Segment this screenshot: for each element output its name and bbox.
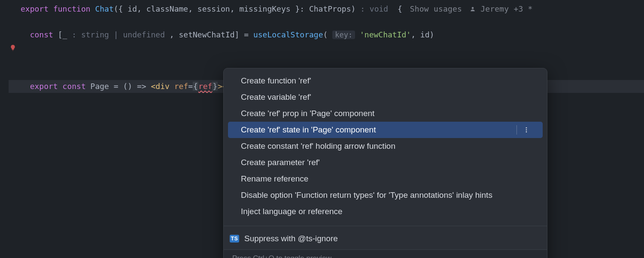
intention-item-create-state[interactable]: Create 'ref' state in 'Page' component bbox=[228, 122, 543, 138]
svg-point-0 bbox=[472, 7, 474, 9]
intention-actions-popup: Create function 'ref' Create variable 'r… bbox=[223, 68, 547, 258]
return-type-inlay: : void bbox=[360, 4, 388, 13]
popup-footer-hint: Press Ctrl+Q to toggle preview bbox=[224, 249, 547, 258]
intention-item-label: Disable option 'Function return types' f… bbox=[241, 190, 492, 201]
type-inlay: : string | undefined bbox=[72, 30, 165, 39]
intention-item-create-function[interactable]: Create function 'ref' bbox=[224, 73, 547, 89]
const-name: Page bbox=[91, 82, 109, 91]
code-line-blank-1[interactable] bbox=[9, 15, 644, 28]
string-literal: 'newChatId' bbox=[360, 30, 411, 39]
destructure-open: [_ bbox=[58, 30, 67, 39]
intention-item-create-constant[interactable]: Create constant 'ref' holding arrow func… bbox=[224, 138, 547, 154]
brace-r-highlight: } bbox=[212, 82, 218, 91]
author-text: Jeremy +3 * bbox=[480, 4, 532, 13]
intention-item-label: Create 'ref' prop in 'Page' component bbox=[241, 108, 374, 119]
intention-item-label: Create constant 'ref' holding arrow func… bbox=[241, 141, 395, 152]
kebab-icon bbox=[523, 126, 530, 133]
code-line-1[interactable]: export function Chat({ id, className, se… bbox=[9, 3, 644, 15]
param-name-inlay: key: bbox=[332, 31, 355, 39]
keyword-function: function bbox=[53, 4, 91, 13]
destructure-mid: , setNewChatId] = bbox=[170, 30, 249, 39]
intention-item-create-parameter[interactable]: Create parameter 'ref' bbox=[224, 154, 547, 171]
arrow: = () => bbox=[114, 82, 146, 91]
intention-item-inject-language[interactable]: Inject language or reference bbox=[224, 203, 547, 220]
intention-item-label: Suppress with @ts-ignore bbox=[244, 233, 338, 244]
intention-item-create-prop[interactable]: Create 'ref' prop in 'Page' component bbox=[224, 105, 547, 122]
keyword-export: export bbox=[21, 4, 49, 13]
typescript-badge-icon: TS bbox=[230, 235, 239, 243]
intention-item-label: Rename reference bbox=[241, 173, 308, 184]
keyword-const: const bbox=[30, 30, 53, 39]
args-rest: , id) bbox=[411, 30, 434, 39]
intention-item-suppress-ts-ignore[interactable]: TS Suppress with @ts-ignore bbox=[224, 230, 547, 247]
intention-item-label: Create function 'ref' bbox=[241, 75, 311, 86]
code-line-2[interactable]: const [_ : string | undefined , setNewCh… bbox=[9, 28, 644, 41]
popup-divider bbox=[224, 226, 547, 226]
intention-item-more-button[interactable] bbox=[516, 125, 530, 135]
undefined-ref-error[interactable]: ref bbox=[198, 82, 213, 91]
intention-item-label: Create 'ref' state in 'Page' component bbox=[241, 124, 376, 135]
intention-item-label: Create variable 'ref' bbox=[241, 92, 311, 103]
function-call: useLocalStorage bbox=[253, 30, 323, 39]
paren-open: ( bbox=[323, 30, 328, 39]
intention-item-label: Inject language or reference bbox=[241, 206, 343, 217]
keyword-const: const bbox=[63, 82, 86, 91]
eq: = bbox=[188, 82, 193, 91]
user-icon bbox=[470, 4, 476, 13]
intention-actions-list: Create function 'ref' Create variable 'r… bbox=[224, 68, 547, 224]
function-name: Chat bbox=[95, 4, 113, 13]
intention-item-rename-reference[interactable]: Rename reference bbox=[224, 171, 547, 187]
brace-l-highlight: { bbox=[193, 82, 198, 91]
intention-item-create-variable[interactable]: Create variable 'ref' bbox=[224, 89, 547, 105]
jsx-open-tag: <div bbox=[151, 82, 170, 91]
usages-link[interactable]: Show usages bbox=[410, 4, 462, 13]
intention-bulb-icon[interactable] bbox=[9, 41, 17, 54]
svg-point-2 bbox=[526, 129, 527, 131]
intention-item-disable-inlay[interactable]: Disable option 'Function return types' f… bbox=[224, 187, 547, 203]
svg-point-3 bbox=[526, 131, 527, 132]
author-annotation[interactable]: Jeremy +3 * bbox=[470, 4, 532, 13]
params: ({ id, className, session, missingKeys }… bbox=[114, 4, 356, 13]
brace-open: { bbox=[398, 4, 402, 13]
keyword-export: export bbox=[30, 82, 58, 91]
intention-item-label: Create parameter 'ref' bbox=[241, 157, 320, 168]
jsx-attr-name: ref bbox=[174, 82, 188, 91]
svg-point-1 bbox=[526, 127, 527, 129]
